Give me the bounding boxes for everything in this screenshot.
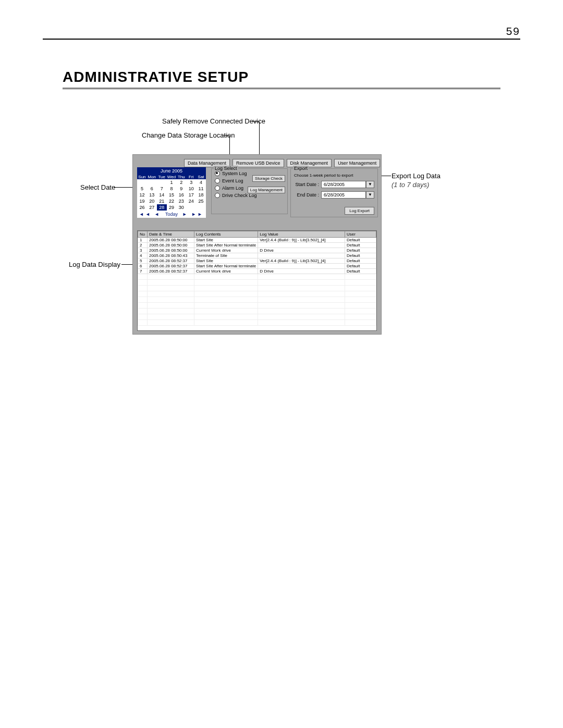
- table-cell: [194, 303, 258, 309]
- table-row[interactable]: 42005.06.28 08:50:43Terminate of SiteDef…: [138, 253, 376, 258]
- table-cell: D Drive: [258, 269, 345, 274]
- calendar-day[interactable]: 9: [176, 186, 186, 192]
- table-row: [138, 303, 376, 309]
- calendar-day[interactable]: 6: [147, 186, 157, 192]
- table-cell: [148, 291, 194, 297]
- calendar-day[interactable]: 5: [137, 186, 147, 192]
- table-cell: [148, 303, 194, 309]
- tab-remove-usb[interactable]: Remove USB Device: [232, 159, 284, 167]
- calendar-day[interactable]: 4: [196, 179, 206, 186]
- table-cell: Default: [345, 264, 376, 269]
- calendar-day[interactable]: 7: [157, 186, 167, 192]
- calendar-day[interactable]: 21: [157, 198, 167, 204]
- table-cell: [138, 303, 148, 309]
- calendar-day[interactable]: 29: [167, 204, 177, 211]
- table-row[interactable]: 22005.06.28 08:50:00Start Site After Nor…: [138, 243, 376, 248]
- calendar-day[interactable]: 19: [137, 198, 147, 204]
- calendar-day[interactable]: 1: [167, 179, 177, 186]
- table-row: [138, 286, 376, 291]
- table-row[interactable]: 12005.06.28 08:50:00Start SiteVer[2.4.4 …: [138, 238, 376, 243]
- calendar-nav[interactable]: ◄◄ ◄ Today ► ►►: [137, 211, 206, 218]
- log-col-value[interactable]: Log Value: [258, 231, 345, 238]
- calendar-day[interactable]: 30: [176, 204, 186, 211]
- calendar-day[interactable]: 27: [147, 204, 157, 211]
- calendar-day[interactable]: 26: [137, 204, 147, 211]
- calendar-day[interactable]: 16: [176, 192, 186, 198]
- dow: Tue: [157, 175, 167, 179]
- tab-user-management[interactable]: User Management: [334, 159, 380, 167]
- calendar-today-button[interactable]: Today: [165, 212, 178, 217]
- calendar-day[interactable]: 24: [186, 198, 196, 204]
- table-cell: [258, 274, 345, 280]
- calendar-next-icon[interactable]: ► ►►: [182, 212, 204, 217]
- calendar-day[interactable]: 2: [176, 179, 186, 186]
- log-management-button[interactable]: Log Management: [248, 187, 285, 193]
- table-cell: 1: [138, 238, 148, 243]
- calendar-day[interactable]: 13: [147, 192, 157, 198]
- table-cell: [138, 291, 148, 297]
- storage-check-button[interactable]: Storage Check: [252, 175, 285, 182]
- export-end-date-dropdown[interactable]: 6/28/2005 ▼: [321, 191, 374, 199]
- log-col-contents[interactable]: Log Contents: [194, 231, 258, 238]
- callout-export-log: Export Log Data: [391, 172, 440, 180]
- date-calendar[interactable]: June 2005 Sun Mon Tue Wed Thu Fri Sat 12…: [137, 167, 206, 218]
- log-col-datetime[interactable]: Date & Time: [148, 231, 194, 238]
- calendar-day[interactable]: 22: [167, 198, 177, 204]
- chevron-down-icon[interactable]: ▼: [366, 181, 374, 188]
- radio-drive-check-log[interactable]: Drive Check Log: [215, 193, 287, 198]
- chevron-down-icon[interactable]: ▼: [366, 191, 374, 199]
- table-cell: [345, 297, 376, 303]
- table-cell: [148, 314, 194, 320]
- log-header-row: No Date & Time Log Contents Log Value Us…: [138, 231, 376, 238]
- calendar-prev-icon[interactable]: ◄◄ ◄: [139, 212, 161, 217]
- radio-label: System Log: [222, 171, 247, 176]
- table-cell: Default: [345, 248, 376, 253]
- table-row[interactable]: 62005.06.28 08:52:37Start Site After Nor…: [138, 264, 376, 269]
- table-cell: [138, 274, 148, 280]
- table-cell: Default: [345, 269, 376, 274]
- calendar-day[interactable]: 25: [196, 198, 206, 204]
- calendar-day: [147, 179, 157, 186]
- calendar-day[interactable]: 18: [196, 192, 206, 198]
- calendar-day[interactable]: 11: [196, 186, 206, 192]
- table-row[interactable]: 32005.06.28 08:50:00Current Work driveD …: [138, 248, 376, 253]
- table-cell: [345, 286, 376, 291]
- calendar-day[interactable]: 8: [167, 186, 177, 192]
- table-row: [138, 314, 376, 320]
- log-data-table[interactable]: No Date & Time Log Contents Log Value Us…: [137, 230, 377, 331]
- calendar-day: [186, 204, 196, 211]
- table-cell: [258, 320, 345, 326]
- calendar-day[interactable]: 15: [167, 192, 177, 198]
- table-row[interactable]: 72005.06.28 08:52:37Current Work driveD …: [138, 269, 376, 274]
- table-cell: Ver[2.4.4 (Build : 9)] - Lib[3.502]_[4]: [258, 238, 345, 243]
- calendar-day[interactable]: 20: [147, 198, 157, 204]
- log-col-no[interactable]: No: [138, 231, 148, 238]
- callout-safely-remove: Safely Remove Connected Device: [162, 117, 265, 125]
- table-cell: 2005.06.28 08:52:37: [148, 258, 194, 264]
- table-cell: [148, 309, 194, 314]
- log-export-button[interactable]: Log Export: [345, 207, 374, 215]
- calendar-day[interactable]: 28: [157, 204, 167, 211]
- calendar-day[interactable]: 17: [186, 192, 196, 198]
- table-row: [138, 320, 376, 326]
- table-cell: Start Site: [194, 258, 258, 264]
- table-row[interactable]: 52005.06.28 08:52:37Start SiteVer[2.4.4 …: [138, 258, 376, 264]
- table-cell: Default: [345, 253, 376, 258]
- radio-label: Drive Check Log: [222, 193, 257, 198]
- log-col-user[interactable]: User: [345, 231, 376, 238]
- table-cell: 2005.06.28 08:50:00: [148, 248, 194, 253]
- calendar-day[interactable]: 14: [157, 192, 167, 198]
- calendar-grid[interactable]: 1234567891011121314151617181920212223242…: [137, 179, 206, 211]
- export-start-row: Start Date : 6/28/2005 ▼: [294, 181, 374, 188]
- calendar-day[interactable]: 10: [186, 186, 196, 192]
- calendar-day[interactable]: 12: [137, 192, 147, 198]
- export-end-label: End Date :: [294, 192, 319, 198]
- table-cell: [258, 303, 345, 309]
- table-row: [138, 291, 376, 297]
- calendar-day[interactable]: 23: [176, 198, 186, 204]
- radio-icon: [215, 193, 220, 198]
- calendar-day[interactable]: 3: [186, 179, 196, 186]
- export-start-date-dropdown[interactable]: 6/28/2005 ▼: [321, 181, 374, 188]
- table-cell: [258, 309, 345, 314]
- table-cell: [258, 286, 345, 291]
